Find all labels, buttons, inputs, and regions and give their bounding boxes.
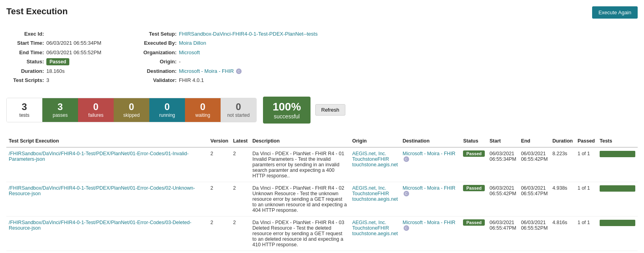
script-link[interactable]: /FHIRSandbox/DaVinci/FHIR4-0-1-Test/PDEX… [9, 151, 189, 162]
cell-duration: 4.816s [550, 216, 575, 251]
cell-tests-bar [597, 182, 638, 216]
cell-origin[interactable]: AEGIS.net, Inc.TouchstoneFHIRtouchstone.… [350, 182, 400, 216]
passes-counter: 3 passes [42, 98, 78, 122]
end-time-label: End Time: [6, 48, 44, 57]
cell-description: Da Vinci - PDEX - PlanNet - FHIR R4 - 01… [250, 147, 350, 182]
cell-tests-bar [597, 216, 638, 251]
col-start: Start [487, 135, 518, 147]
skipped-counter: 0 skipped [114, 98, 149, 122]
row-status-badge: Passed [463, 150, 485, 157]
cell-script[interactable]: /FHIRSandbox/DaVinci/FHIR4-0-1-Test/PDEX… [6, 182, 208, 216]
cell-passed: 1 of 1 [575, 182, 597, 216]
table-row: /FHIRSandbox/DaVinci/FHIR4-0-1-Test/PDEX… [6, 182, 638, 216]
cell-version: 2 [208, 216, 231, 251]
progress-bar [600, 151, 635, 157]
status-badge: Passed [46, 58, 69, 65]
cell-destination[interactable]: Microsoft - Moira - FHIR C [400, 216, 461, 251]
origin-label: Origin: [133, 57, 177, 66]
table-row: /FHIRSandbox/DaVinci/FHIR4-0-1-Test/PDEX… [6, 216, 638, 251]
cell-duration: 8.223s [550, 147, 575, 182]
exec-id-label: Exec Id: [6, 29, 44, 38]
counters-row: 3 tests 3 passes 0 failures 0 skipped 0 … [6, 98, 257, 122]
cell-status: Passed [461, 182, 487, 216]
meta-right: Test Setup: FHIRSandbox-DaVinci-FHIR4-0-… [133, 29, 318, 85]
validator-value: FHIR 4.0.1 [179, 76, 204, 85]
row-status-badge: Passed [463, 185, 485, 191]
refresh-button[interactable]: Refresh [315, 104, 345, 116]
cell-status: Passed [461, 147, 487, 182]
row-status-badge: Passed [463, 219, 485, 226]
test-setup-label: Test Setup: [133, 29, 177, 38]
cell-destination[interactable]: Microsoft - Moira - FHIR C [400, 182, 461, 216]
cell-script[interactable]: /FHIRSandbox/DaVinci/FHIR4-0-1-Test/PDEX… [6, 216, 208, 251]
col-description: Description [250, 135, 350, 147]
test-setup-link[interactable]: FHIRSandbox-DaVinci-FHIR4-0-1-Test-PDEX-… [179, 29, 318, 38]
destination-link[interactable]: Microsoft - Moira - FHIR C [179, 67, 242, 76]
not-started-counter: 0 not started [221, 98, 256, 122]
waiting-counter: 0 waiting [185, 98, 221, 122]
failures-counter: 0 failures [78, 98, 114, 122]
test-scripts-value: 3 [46, 76, 49, 85]
cell-start: 06/03/202106:55:42PM [487, 182, 518, 216]
script-link[interactable]: /FHIRSandbox/DaVinci/FHIR4-0-1-Test/PDEX… [9, 220, 191, 231]
cell-status: Passed [461, 216, 487, 251]
cell-origin[interactable]: AEGIS.net, Inc.TouchstoneFHIRtouchstone.… [350, 216, 400, 251]
script-link[interactable]: /FHIRSandbox/DaVinci/FHIR4-0-1-Test/PDEX… [9, 185, 195, 196]
col-passed: Passed [575, 135, 597, 147]
dest-c-icon: C [404, 191, 409, 196]
cell-description: Da Vinci - PDEX - PlanNet - FHIR R4 - 02… [250, 182, 350, 216]
cell-version: 2 [208, 182, 231, 216]
meta-left: Exec Id: Start Time: 06/03/2021 06:55:34… [6, 29, 101, 85]
col-status: Status [461, 135, 487, 147]
cell-latest: 2 [231, 216, 250, 251]
dest-c-icon: C [404, 156, 409, 162]
counters-section: 3 tests 3 passes 0 failures 0 skipped 0 … [6, 91, 638, 129]
start-time-label: Start Time: [6, 38, 44, 48]
duration-value: 18.160s [46, 67, 65, 76]
origin-link[interactable]: AEGIS.net, Inc.TouchstoneFHIRtouchstone.… [352, 220, 398, 236]
validator-label: Validator: [133, 76, 177, 85]
executed-by-link[interactable]: Moira Dillon [179, 38, 206, 48]
cell-end: 06/03/202106:55:52PM [518, 216, 550, 251]
col-origin: Origin [350, 135, 400, 147]
success-box: 100% successful [263, 97, 311, 124]
cell-passed: 1 of 1 [575, 147, 597, 182]
progress-bar [600, 220, 635, 226]
progress-bar [600, 185, 635, 192]
origin-link[interactable]: AEGIS.net, Inc.TouchstoneFHIRtouchstone.… [352, 185, 398, 202]
tests-counter: 3 tests [7, 98, 42, 122]
cell-start: 06/03/202106:55:34PM [487, 147, 518, 182]
dest-c-icon: C [404, 225, 409, 231]
execute-again-button[interactable]: Execute Again [592, 6, 638, 19]
organization-link[interactable]: Microsoft [179, 48, 200, 57]
col-tests: Tests [597, 135, 638, 147]
cell-end: 06/03/202106:55:47PM [518, 182, 550, 216]
col-destination: Destination [400, 135, 461, 147]
cell-destination[interactable]: Microsoft - Moira - FHIR C [400, 147, 461, 182]
col-duration: Duration [550, 135, 575, 147]
col-script: Test Script Execution [6, 135, 208, 147]
destination-link[interactable]: Microsoft - Moira - FHIR [403, 185, 455, 191]
cell-start: 06/03/202106:55:47PM [487, 216, 518, 251]
running-counter: 0 running [149, 98, 185, 122]
col-version: Version [208, 135, 231, 147]
cell-origin[interactable]: AEGIS.net, Inc.TouchstoneFHIRtouchstone.… [350, 147, 400, 182]
cell-duration: 4.938s [550, 182, 575, 216]
cell-latest: 2 [231, 147, 250, 182]
status-label: Status: [6, 57, 44, 66]
origin-link[interactable]: AEGIS.net, Inc.TouchstoneFHIRtouchstone.… [352, 151, 398, 167]
cell-end: 06/03/202106:55:42PM [518, 147, 550, 182]
results-table: Test Script Execution Version Latest Des… [6, 135, 638, 251]
executed-by-label: Executed By: [133, 38, 177, 48]
destination-link[interactable]: Microsoft - Moira - FHIR [403, 151, 455, 156]
table-row: /FHIRSandbox/DaVinci/FHIR4-0-1-Test/PDEX… [6, 147, 638, 182]
cell-version: 2 [208, 147, 231, 182]
page-title: Test Execution [6, 6, 68, 17]
destination-c-icon: C [236, 68, 242, 74]
duration-label: Duration: [6, 67, 44, 76]
table-header-row: Test Script Execution Version Latest Des… [6, 135, 638, 147]
start-time-value: 06/03/2021 06:55:34PM [46, 38, 101, 48]
destination-link[interactable]: Microsoft - Moira - FHIR [403, 220, 455, 225]
cell-latest: 2 [231, 182, 250, 216]
cell-script[interactable]: /FHIRSandbox/DaVinci/FHIR4-0-1-Test/PDEX… [6, 147, 208, 182]
